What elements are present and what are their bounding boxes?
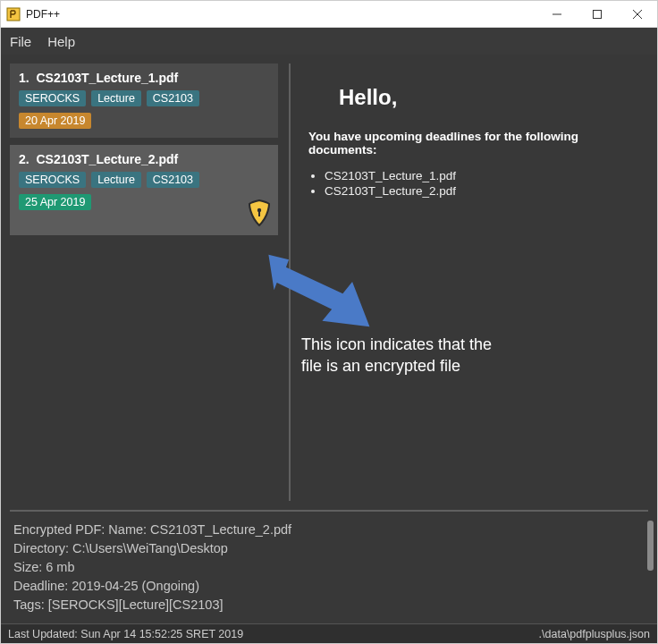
details-line: Tags: [SEROCKS][Lecture][CS2103]: [13, 596, 645, 614]
maximize-button[interactable]: [577, 1, 617, 27]
menubar: File Help: [1, 28, 657, 55]
scrollbar[interactable]: [647, 521, 654, 571]
tag: Lecture: [91, 90, 141, 106]
minimize-button[interactable]: [536, 1, 577, 27]
tag: SEROCKS: [19, 172, 86, 188]
tag-row: SEROCKS Lecture CS2103: [19, 90, 269, 106]
deadline-item: CS2103T_Lecture_2.pdf: [325, 184, 641, 198]
list-item[interactable]: 2. CS2103T_Lecture_2.pdf SEROCKS Lecture…: [10, 145, 278, 235]
window-title: PDF++: [26, 8, 536, 21]
deadline-list: CS2103T_Lecture_1.pdf CS2103T_Lecture_2.…: [325, 169, 641, 198]
tag-row: SEROCKS Lecture CS2103: [19, 172, 269, 188]
details-line: Deadline: 2019-04-25 (Ongoing): [13, 577, 645, 596]
statusbar: Last Updated: Sun Apr 14 15:52:25 SRET 2…: [1, 623, 657, 643]
date-badge: 25 Apr 2019: [19, 194, 91, 210]
details-line: Encrypted PDF: Name: CS2103T_Lecture_2.p…: [13, 521, 645, 539]
app-window: PDF++ File Help 1. CS2103T_Lecture_1.pdf: [0, 0, 658, 644]
status-left: Last Updated: Sun Apr 14 15:52:25 SRET 2…: [8, 628, 243, 640]
svg-rect-2: [593, 10, 601, 18]
details-line: Directory: C:\Users\WeiTang\Desktop: [13, 539, 645, 558]
main-area: 1. CS2103T_Lecture_1.pdf SEROCKS Lecture…: [1, 55, 657, 510]
close-button[interactable]: [617, 1, 657, 27]
svg-rect-6: [258, 210, 260, 216]
menu-help[interactable]: Help: [47, 34, 75, 49]
minimize-icon: [553, 10, 561, 19]
list-item[interactable]: 1. CS2103T_Lecture_1.pdf SEROCKS Lecture…: [10, 64, 278, 138]
details-panel: Encrypted PDF: Name: CS2103T_Lecture_2.p…: [1, 512, 657, 623]
encrypted-icon: [248, 199, 271, 230]
close-icon: [633, 10, 642, 19]
titlebar: PDF++: [1, 1, 657, 28]
menu-file[interactable]: File: [10, 34, 31, 49]
app-icon: [6, 7, 21, 21]
window-controls: [536, 1, 657, 27]
maximize-icon: [593, 10, 602, 19]
list-item-title: 2. CS2103T_Lecture_2.pdf: [19, 152, 269, 166]
list-item-title: 1. CS2103T_Lecture_1.pdf: [19, 71, 269, 85]
date-badge: 20 Apr 2019: [19, 113, 91, 129]
svg-marker-7: [268, 245, 369, 336]
annotation-arrow: [266, 242, 373, 341]
greeting: Hello,: [339, 85, 641, 110]
deadline-item: CS2103T_Lecture_1.pdf: [325, 169, 641, 182]
tag: SEROCKS: [19, 90, 86, 106]
document-list: 1. CS2103T_Lecture_1.pdf SEROCKS Lecture…: [10, 64, 278, 501]
tag: Lecture: [91, 172, 141, 188]
status-right: .\data\pdfplusplus.json: [539, 628, 650, 640]
details-line: Size: 6 mb: [13, 558, 645, 577]
annotation-text: This icon indicates that the file is an …: [301, 334, 492, 377]
tag: CS2103: [147, 172, 199, 188]
tag: CS2103: [147, 90, 199, 106]
deadline-intro: You have upcoming deadlines for the foll…: [308, 130, 641, 157]
